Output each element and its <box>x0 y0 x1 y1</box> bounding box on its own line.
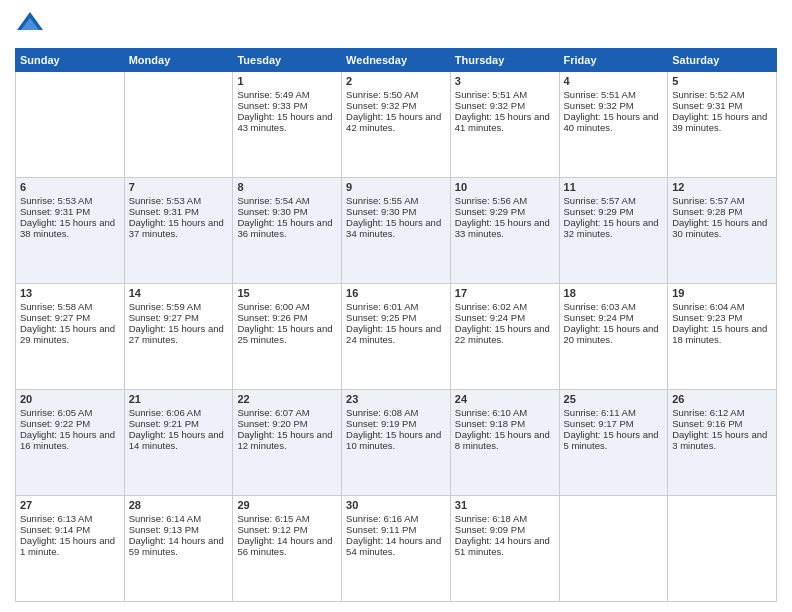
sunrise-text: Sunrise: 6:05 AM <box>20 407 120 418</box>
sunrise-text: Sunrise: 6:04 AM <box>672 301 772 312</box>
col-header-sunday: Sunday <box>16 49 125 72</box>
sunset-text: Sunset: 9:19 PM <box>346 418 446 429</box>
day-number: 5 <box>672 75 772 87</box>
daylight-text: Daylight: 15 hours and 37 minutes. <box>129 217 229 239</box>
calendar-week-row: 1Sunrise: 5:49 AMSunset: 9:33 PMDaylight… <box>16 72 777 178</box>
day-number: 26 <box>672 393 772 405</box>
calendar-cell: 8Sunrise: 5:54 AMSunset: 9:30 PMDaylight… <box>233 178 342 284</box>
calendar-cell: 25Sunrise: 6:11 AMSunset: 9:17 PMDayligh… <box>559 390 668 496</box>
sunset-text: Sunset: 9:31 PM <box>672 100 772 111</box>
calendar-cell: 19Sunrise: 6:04 AMSunset: 9:23 PMDayligh… <box>668 284 777 390</box>
day-number: 14 <box>129 287 229 299</box>
sunrise-text: Sunrise: 6:02 AM <box>455 301 555 312</box>
sunrise-text: Sunrise: 5:54 AM <box>237 195 337 206</box>
day-number: 3 <box>455 75 555 87</box>
sunrise-text: Sunrise: 6:10 AM <box>455 407 555 418</box>
calendar-week-row: 13Sunrise: 5:58 AMSunset: 9:27 PMDayligh… <box>16 284 777 390</box>
day-number: 30 <box>346 499 446 511</box>
calendar-cell <box>16 72 125 178</box>
daylight-text: Daylight: 15 hours and 40 minutes. <box>564 111 664 133</box>
day-number: 15 <box>237 287 337 299</box>
calendar-cell: 7Sunrise: 5:53 AMSunset: 9:31 PMDaylight… <box>124 178 233 284</box>
col-header-tuesday: Tuesday <box>233 49 342 72</box>
daylight-text: Daylight: 15 hours and 12 minutes. <box>237 429 337 451</box>
sunset-text: Sunset: 9:16 PM <box>672 418 772 429</box>
sunrise-text: Sunrise: 6:15 AM <box>237 513 337 524</box>
sunset-text: Sunset: 9:31 PM <box>20 206 120 217</box>
daylight-text: Daylight: 15 hours and 5 minutes. <box>564 429 664 451</box>
daylight-text: Daylight: 15 hours and 22 minutes. <box>455 323 555 345</box>
daylight-text: Daylight: 15 hours and 30 minutes. <box>672 217 772 239</box>
calendar-cell: 18Sunrise: 6:03 AMSunset: 9:24 PMDayligh… <box>559 284 668 390</box>
header <box>15 10 777 40</box>
calendar-week-row: 27Sunrise: 6:13 AMSunset: 9:14 PMDayligh… <box>16 496 777 602</box>
sunrise-text: Sunrise: 5:55 AM <box>346 195 446 206</box>
sunrise-text: Sunrise: 6:13 AM <box>20 513 120 524</box>
sunset-text: Sunset: 9:29 PM <box>455 206 555 217</box>
sunset-text: Sunset: 9:25 PM <box>346 312 446 323</box>
sunset-text: Sunset: 9:09 PM <box>455 524 555 535</box>
sunset-text: Sunset: 9:27 PM <box>129 312 229 323</box>
calendar-cell: 10Sunrise: 5:56 AMSunset: 9:29 PMDayligh… <box>450 178 559 284</box>
sunrise-text: Sunrise: 5:57 AM <box>564 195 664 206</box>
daylight-text: Daylight: 15 hours and 27 minutes. <box>129 323 229 345</box>
sunrise-text: Sunrise: 5:57 AM <box>672 195 772 206</box>
day-number: 24 <box>455 393 555 405</box>
sunrise-text: Sunrise: 5:58 AM <box>20 301 120 312</box>
calendar-cell <box>559 496 668 602</box>
calendar-cell: 31Sunrise: 6:18 AMSunset: 9:09 PMDayligh… <box>450 496 559 602</box>
sunrise-text: Sunrise: 5:50 AM <box>346 89 446 100</box>
calendar-cell: 20Sunrise: 6:05 AMSunset: 9:22 PMDayligh… <box>16 390 125 496</box>
day-number: 29 <box>237 499 337 511</box>
calendar-cell: 21Sunrise: 6:06 AMSunset: 9:21 PMDayligh… <box>124 390 233 496</box>
daylight-text: Daylight: 15 hours and 14 minutes. <box>129 429 229 451</box>
day-number: 19 <box>672 287 772 299</box>
daylight-text: Daylight: 15 hours and 34 minutes. <box>346 217 446 239</box>
calendar-cell: 22Sunrise: 6:07 AMSunset: 9:20 PMDayligh… <box>233 390 342 496</box>
sunrise-text: Sunrise: 6:01 AM <box>346 301 446 312</box>
calendar-header-row: SundayMondayTuesdayWednesdayThursdayFrid… <box>16 49 777 72</box>
daylight-text: Daylight: 15 hours and 8 minutes. <box>455 429 555 451</box>
sunset-text: Sunset: 9:20 PM <box>237 418 337 429</box>
sunrise-text: Sunrise: 6:00 AM <box>237 301 337 312</box>
calendar-cell: 26Sunrise: 6:12 AMSunset: 9:16 PMDayligh… <box>668 390 777 496</box>
sunrise-text: Sunrise: 6:12 AM <box>672 407 772 418</box>
sunset-text: Sunset: 9:17 PM <box>564 418 664 429</box>
col-header-monday: Monday <box>124 49 233 72</box>
calendar-cell: 11Sunrise: 5:57 AMSunset: 9:29 PMDayligh… <box>559 178 668 284</box>
daylight-text: Daylight: 15 hours and 43 minutes. <box>237 111 337 133</box>
daylight-text: Daylight: 15 hours and 18 minutes. <box>672 323 772 345</box>
calendar-cell: 13Sunrise: 5:58 AMSunset: 9:27 PMDayligh… <box>16 284 125 390</box>
sunset-text: Sunset: 9:24 PM <box>564 312 664 323</box>
calendar-cell: 30Sunrise: 6:16 AMSunset: 9:11 PMDayligh… <box>342 496 451 602</box>
day-number: 20 <box>20 393 120 405</box>
col-header-saturday: Saturday <box>668 49 777 72</box>
day-number: 1 <box>237 75 337 87</box>
calendar-cell: 5Sunrise: 5:52 AMSunset: 9:31 PMDaylight… <box>668 72 777 178</box>
day-number: 8 <box>237 181 337 193</box>
sunset-text: Sunset: 9:29 PM <box>564 206 664 217</box>
daylight-text: Daylight: 15 hours and 3 minutes. <box>672 429 772 451</box>
calendar-cell: 4Sunrise: 5:51 AMSunset: 9:32 PMDaylight… <box>559 72 668 178</box>
sunset-text: Sunset: 9:32 PM <box>455 100 555 111</box>
daylight-text: Daylight: 15 hours and 24 minutes. <box>346 323 446 345</box>
sunset-text: Sunset: 9:21 PM <box>129 418 229 429</box>
sunset-text: Sunset: 9:26 PM <box>237 312 337 323</box>
daylight-text: Daylight: 15 hours and 33 minutes. <box>455 217 555 239</box>
sunset-text: Sunset: 9:32 PM <box>564 100 664 111</box>
day-number: 10 <box>455 181 555 193</box>
logo <box>15 10 49 40</box>
day-number: 16 <box>346 287 446 299</box>
daylight-text: Daylight: 15 hours and 20 minutes. <box>564 323 664 345</box>
sunset-text: Sunset: 9:22 PM <box>20 418 120 429</box>
sunrise-text: Sunrise: 5:51 AM <box>564 89 664 100</box>
daylight-text: Daylight: 15 hours and 10 minutes. <box>346 429 446 451</box>
sunset-text: Sunset: 9:13 PM <box>129 524 229 535</box>
day-number: 9 <box>346 181 446 193</box>
sunset-text: Sunset: 9:31 PM <box>129 206 229 217</box>
sunrise-text: Sunrise: 6:14 AM <box>129 513 229 524</box>
daylight-text: Daylight: 15 hours and 1 minute. <box>20 535 120 557</box>
calendar-cell: 23Sunrise: 6:08 AMSunset: 9:19 PMDayligh… <box>342 390 451 496</box>
daylight-text: Daylight: 15 hours and 32 minutes. <box>564 217 664 239</box>
day-number: 27 <box>20 499 120 511</box>
